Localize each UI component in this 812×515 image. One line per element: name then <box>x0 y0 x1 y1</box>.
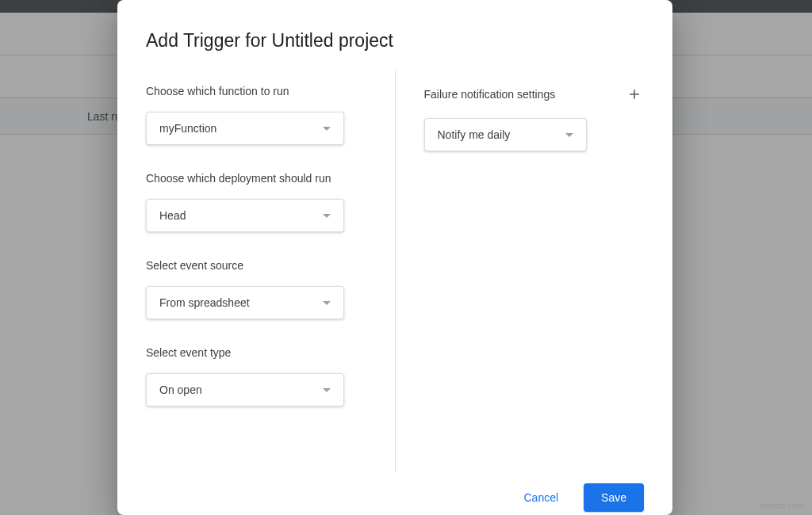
deployment-label: Choose which deployment should run <box>146 172 366 185</box>
function-value: myFunction <box>159 122 323 135</box>
dialog-body: Choose which function to run myFunction … <box>117 71 672 472</box>
notification-select[interactable]: Notify me daily <box>424 118 587 151</box>
chevron-down-icon <box>565 133 573 137</box>
chevron-down-icon <box>323 388 331 392</box>
deployment-field: Choose which deployment should run Head <box>146 172 366 232</box>
event-source-value: From spreadsheet <box>159 296 323 309</box>
function-field: Choose which function to run myFunction <box>146 85 366 145</box>
chevron-down-icon <box>323 214 331 218</box>
function-select[interactable]: myFunction <box>146 112 344 145</box>
plus-icon <box>626 86 642 102</box>
add-notification-button[interactable] <box>625 85 644 104</box>
chevron-down-icon <box>323 127 331 131</box>
event-type-field: Select event type On open <box>146 346 366 406</box>
notification-value: Notify me daily <box>438 128 565 141</box>
event-source-select[interactable]: From spreadsheet <box>146 286 344 319</box>
deployment-value: Head <box>159 209 323 222</box>
add-trigger-dialog: Add Trigger for Untitled project Choose … <box>117 0 672 515</box>
event-type-label: Select event type <box>146 346 366 359</box>
watermark: wsxdn.com <box>760 501 804 510</box>
event-type-value: On open <box>159 383 323 396</box>
dialog-title: Add Trigger for Untitled project <box>117 0 672 71</box>
notification-header: Failure notification settings <box>424 85 645 104</box>
dialog-right-column: Failure notification settings Notify me … <box>396 71 645 472</box>
deployment-select[interactable]: Head <box>146 199 344 232</box>
notification-label: Failure notification settings <box>424 88 556 101</box>
chevron-down-icon <box>323 301 331 305</box>
event-source-field: Select event source From spreadsheet <box>146 259 366 319</box>
dialog-actions: Cancel Save <box>117 472 672 515</box>
cancel-button[interactable]: Cancel <box>506 483 576 512</box>
event-type-select[interactable]: On open <box>146 373 344 406</box>
save-button[interactable]: Save <box>584 483 644 512</box>
event-source-label: Select event source <box>146 259 366 272</box>
function-label: Choose which function to run <box>146 85 366 97</box>
dialog-left-column: Choose which function to run myFunction … <box>146 71 396 472</box>
